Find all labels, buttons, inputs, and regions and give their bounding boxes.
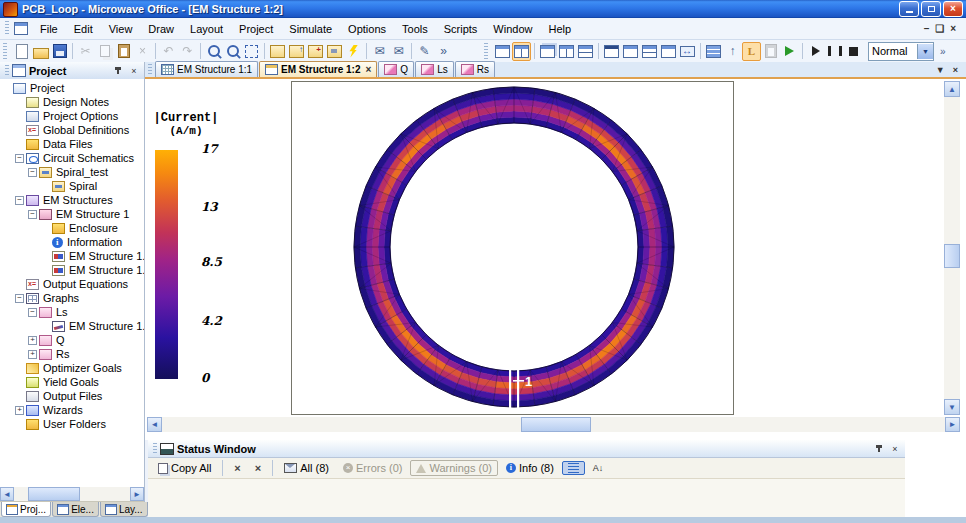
- panel-pin-button[interactable]: [110, 63, 126, 78]
- new-schematic-button[interactable]: [268, 42, 287, 61]
- collapse-toggle[interactable]: −: [28, 308, 37, 317]
- scroll-thumb[interactable]: [28, 487, 80, 501]
- filter-warnings-button[interactable]: Warnings (0): [410, 460, 498, 476]
- expand-toggle[interactable]: +: [28, 336, 37, 345]
- restore-all-button[interactable]: [621, 42, 640, 61]
- doc-tab-ls[interactable]: Ls: [415, 61, 454, 77]
- filter-all-button[interactable]: All (8): [278, 460, 335, 476]
- tree-item-information[interactable]: Information: [0, 235, 144, 249]
- menu-window[interactable]: Window: [485, 20, 540, 38]
- tab-close-button[interactable]: ×: [953, 65, 958, 75]
- tree-item-ls[interactable]: −Ls: [0, 305, 144, 319]
- tree-item-rs[interactable]: +Rs: [0, 347, 144, 361]
- mdi-close-button[interactable]: ×: [950, 24, 956, 34]
- scroll-right-arrow[interactable]: ►: [945, 417, 960, 432]
- tree-item-user-folders[interactable]: User Folders: [0, 417, 144, 431]
- go-flag-button[interactable]: [780, 42, 799, 61]
- toolbar-grip[interactable]: [3, 43, 7, 58]
- tree-item-graphs[interactable]: −Graphs: [0, 291, 144, 305]
- annotate-pen-button[interactable]: ✎: [415, 42, 434, 61]
- panel-horizontal-scrollbar[interactable]: ◄ ►: [0, 487, 144, 501]
- panel-tab-ele[interactable]: Ele...: [52, 502, 99, 517]
- doc-tab-rs[interactable]: Rs: [455, 61, 495, 77]
- open-button[interactable]: [31, 42, 50, 61]
- delete-button[interactable]: ×: [133, 42, 152, 61]
- panel-close-button[interactable]: ×: [126, 63, 142, 78]
- em-current-density-plot[interactable]: 1: [292, 82, 733, 414]
- scroll-up-arrow[interactable]: ▲: [944, 81, 960, 97]
- snapshot-button[interactable]: [325, 42, 344, 61]
- doc-tab-em-structure-1-1[interactable]: EM Structure 1:1: [155, 61, 258, 77]
- vertical-scrollbar[interactable]: ▲ ▼: [944, 81, 960, 415]
- scroll-left-arrow[interactable]: ◄: [147, 417, 162, 432]
- minimize-button[interactable]: [899, 1, 919, 17]
- add-element-button[interactable]: [306, 42, 325, 61]
- tile-vertical-button[interactable]: [557, 42, 576, 61]
- restore-button[interactable]: [921, 1, 941, 17]
- tab-list-dropdown[interactable]: ▼: [936, 65, 945, 75]
- collapse-toggle[interactable]: −: [15, 196, 24, 205]
- mdi-restore-button[interactable]: ❏: [935, 24, 944, 34]
- delete-all-button[interactable]: ×: [249, 461, 267, 476]
- paste-special-button[interactable]: [761, 42, 780, 61]
- delete-button[interactable]: ×: [228, 461, 246, 476]
- tree-item-em-structure-1-ap-e[interactable]: EM Structure 1.AP:E: [0, 249, 144, 263]
- add-port-button[interactable]: [287, 42, 306, 61]
- copy-all-button[interactable]: Copy All: [152, 460, 217, 476]
- paste-button[interactable]: [114, 42, 133, 61]
- em-structure-viewport[interactable]: 1: [291, 81, 734, 415]
- tile-horizontal-button[interactable]: [576, 42, 595, 61]
- collapse-toggle[interactable]: −: [15, 294, 24, 303]
- zoom-out-button[interactable]: [223, 42, 242, 61]
- hscroll-thumb[interactable]: [521, 417, 591, 432]
- export-up-button[interactable]: ↑: [723, 42, 742, 61]
- tree-item-data-files[interactable]: Data Files: [0, 137, 144, 151]
- tree-item-design-notes[interactable]: Design Notes: [0, 95, 144, 109]
- minimize-all-button[interactable]: [602, 42, 621, 61]
- panel-tab-lay[interactable]: Lay...: [100, 502, 148, 517]
- menu-edit[interactable]: Edit: [66, 20, 101, 38]
- tree-item-output-equations[interactable]: Output Equations: [0, 277, 144, 291]
- menu-tools[interactable]: Tools: [394, 20, 436, 38]
- tree-item-circuit-schematics[interactable]: −Circuit Schematics: [0, 151, 144, 165]
- simulate-button[interactable]: [344, 42, 363, 61]
- tree-item-em-structure-1[interactable]: −EM Structure 1: [0, 207, 144, 221]
- horizontal-scrollbar[interactable]: ◄ ►: [147, 417, 960, 432]
- overflow-button[interactable]: »: [434, 42, 453, 61]
- tree-item-project[interactable]: Project: [0, 81, 144, 95]
- tree-item-enclosure[interactable]: Enclosure: [0, 221, 144, 235]
- doc-tab-em-structure-1-2[interactable]: EM Structure 1:2×: [259, 61, 377, 77]
- collapse-toggle[interactable]: −: [28, 210, 37, 219]
- tree-item-project-options[interactable]: Project Options: [0, 109, 144, 123]
- menu-options[interactable]: Options: [340, 20, 394, 38]
- undo-button[interactable]: ↶: [159, 42, 178, 61]
- menu-layout[interactable]: Layout: [182, 20, 231, 38]
- status-close-button[interactable]: ×: [887, 441, 903, 456]
- tree-item-spiral[interactable]: Spiral: [0, 179, 144, 193]
- scroll-right-arrow[interactable]: ►: [130, 487, 144, 501]
- tree-item-yield-goals[interactable]: Yield Goals: [0, 375, 144, 389]
- mdi-minimize-button[interactable]: –: [924, 24, 930, 34]
- scroll-down-arrow[interactable]: ▼: [944, 399, 960, 415]
- menu-help[interactable]: Help: [540, 20, 579, 38]
- status-grip[interactable]: [153, 443, 157, 455]
- panel-tab-proj[interactable]: Proj...: [1, 502, 51, 517]
- expand-toggle[interactable]: +: [15, 406, 24, 415]
- filter-info-button[interactable]: i Info (8): [500, 460, 560, 476]
- add-legend-button[interactable]: L: [742, 42, 761, 61]
- new-view-button[interactable]: [659, 42, 678, 61]
- split-horizontal-button[interactable]: [640, 42, 659, 61]
- combo-dropdown-arrow[interactable]: ▼: [917, 44, 933, 59]
- close-button[interactable]: ×: [943, 1, 963, 17]
- menu-draw[interactable]: Draw: [140, 20, 182, 38]
- tree-item-em-structures[interactable]: −EM Structures: [0, 193, 144, 207]
- cut-button[interactable]: ✂: [76, 42, 95, 61]
- save-button[interactable]: [50, 42, 69, 61]
- copy-button[interactable]: [95, 42, 114, 61]
- tree-item-global-definitions[interactable]: Global Definitions: [0, 123, 144, 137]
- tree-item-em-structure-1-ap-e[interactable]: EM Structure 1.AP:E: [0, 263, 144, 277]
- doc-tab-close[interactable]: ×: [366, 64, 372, 75]
- tree-item-spiral-test[interactable]: −Spiral_test: [0, 165, 144, 179]
- split-window-button[interactable]: [512, 42, 531, 61]
- cascade-button[interactable]: [538, 42, 557, 61]
